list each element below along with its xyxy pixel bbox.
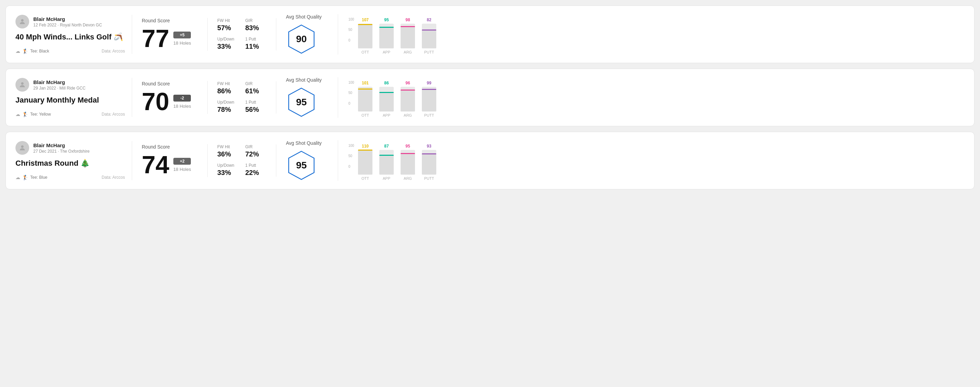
stat-up-down-value: 33% [217, 169, 239, 177]
bag-icon: 🏌 [22, 111, 28, 117]
bar-value: 93 [427, 144, 431, 149]
bar-bg [422, 87, 436, 111]
quality-section: Avg Shot Quality 90 [276, 14, 338, 54]
bar-fill [358, 24, 372, 48]
score-number: 70 [142, 89, 169, 114]
stat-one-putt-value: 56% [245, 106, 267, 114]
score-badge-holes: +2 18 Holes [173, 158, 191, 172]
quality-score: 95 [296, 160, 307, 171]
bar-bg [379, 87, 394, 111]
holes-text: 18 Holes [173, 40, 191, 46]
bar-fill [401, 90, 415, 111]
footer-row: ☁ 🏌 Tee: Black Data: Arccos [16, 48, 125, 54]
bar-highlight [401, 26, 415, 27]
bar-highlight [422, 89, 436, 90]
bar-highlight [358, 24, 372, 25]
tee-label: Tee: Black [30, 49, 49, 54]
bag-icon: 🏌 [22, 48, 28, 54]
round-card-2: Blair McHarg 29 Jan 2022 · Mill Ride GCC… [5, 68, 975, 126]
stat-fw-hit-label: FW Hit [217, 18, 239, 23]
stats-grid: FW Hit 36% GIR 72% Up/Down 33% 1 Putt 22… [217, 144, 266, 177]
bar-value: 110 [362, 144, 369, 149]
quality-label: Avg Shot Quality [286, 14, 321, 19]
stats-section: FW Hit 57% GIR 83% Up/Down 33% 1 Putt 11… [208, 18, 276, 51]
round-title: 40 Mph Winds... Links Golf 🪃 [16, 33, 125, 41]
score-number: 74 [142, 152, 169, 177]
stat-gir-label: GIR [245, 81, 267, 86]
stats-section: FW Hit 86% GIR 61% Up/Down 78% 1 Putt 56… [208, 81, 276, 114]
hexagon: 90 [286, 24, 317, 54]
footer-row: ☁ 🏌 Tee: Blue Data: Arccos [16, 174, 125, 180]
stat-gir-label: GIR [245, 144, 267, 149]
bar-label: ARG [404, 176, 412, 181]
bar-label: OTT [361, 113, 369, 117]
bar-highlight [379, 155, 394, 156]
bar-group-ott: 107 OTT [358, 17, 372, 54]
stat-one-putt-label: 1 Putt [245, 100, 267, 105]
bar-highlight [422, 153, 436, 154]
bar-bg [358, 24, 372, 48]
stat-gir-value: 72% [245, 150, 267, 158]
data-source: Data: Arccos [102, 175, 125, 180]
stat-one-putt: 1 Putt 56% [245, 100, 267, 114]
bar-label: ARG [404, 50, 412, 54]
bar-label: PUTT [424, 113, 434, 117]
user-date: 12 Feb 2022 · Royal North Devon GC [33, 23, 102, 27]
score-label: Round Score [142, 81, 198, 86]
bar-fill [422, 154, 436, 174]
svg-point-2 [21, 82, 23, 85]
stat-fw-hit-label: FW Hit [217, 81, 239, 86]
left-section: Blair McHarg 27 Dec 2021 · The Oxfordshi… [16, 141, 132, 180]
footer-row: ☁ 🏌 Tee: Yellow Data: Arccos [16, 111, 125, 117]
chart-section: 100 50 0 101 OTT 86 APP [338, 78, 964, 117]
bar-bg [401, 150, 415, 174]
data-source: Data: Arccos [102, 112, 125, 117]
chart-section: 100 50 0 107 OTT 95 APP [338, 15, 964, 54]
user-name: Blair McHarg [33, 79, 86, 85]
stat-one-putt-value: 22% [245, 169, 267, 177]
tee-label: Tee: Yellow [30, 112, 51, 117]
user-row: Blair McHarg 27 Dec 2021 · The Oxfordshi… [16, 141, 125, 155]
user-row: Blair McHarg 29 Jan 2022 · Mill Ride GCC [16, 78, 125, 92]
stat-up-down-value: 33% [217, 43, 239, 51]
bar-highlight [379, 27, 394, 28]
stat-up-down-label: Up/Down [217, 100, 239, 105]
bar-fill [379, 92, 394, 111]
score-section: Round Score 70 -2 18 Holes [132, 81, 208, 114]
stat-gir-value: 83% [245, 24, 267, 32]
bar-fill [401, 153, 415, 174]
bar-fill [358, 150, 372, 174]
round-title: Christmas Round 🎄 [16, 159, 125, 168]
bar-bg [401, 24, 415, 48]
stat-gir: GIR 83% [245, 18, 267, 32]
stat-up-down-label: Up/Down [217, 163, 239, 168]
stat-gir-label: GIR [245, 18, 267, 23]
bar-group-putt: 99 PUTT [422, 81, 436, 117]
bar-value: 101 [362, 81, 369, 86]
stat-up-down-value: 78% [217, 106, 239, 114]
bar-label: OTT [361, 50, 369, 54]
score-diff-badge: +2 [173, 158, 191, 165]
bar-fill [422, 30, 436, 48]
score-badge-holes: +5 18 Holes [173, 32, 191, 46]
bar-label: APP [383, 50, 390, 54]
bar-bg [379, 24, 394, 48]
stat-up-down: Up/Down 78% [217, 100, 239, 114]
round-card-1: Blair McHarg 12 Feb 2022 · Royal North D… [5, 5, 975, 63]
user-name: Blair McHarg [33, 143, 89, 148]
bar-highlight [358, 89, 372, 90]
score-label: Round Score [142, 144, 198, 149]
bar-bg [401, 87, 415, 111]
stat-up-down: Up/Down 33% [217, 37, 239, 51]
tee-info: ☁ 🏌 Tee: Yellow [16, 111, 51, 117]
bar-fill [358, 89, 372, 111]
bar-bg [379, 150, 394, 174]
left-section: Blair McHarg 12 Feb 2022 · Royal North D… [16, 15, 132, 54]
stat-fw-hit: FW Hit 86% [217, 81, 239, 95]
chart-section: 100 50 0 110 OTT 87 APP [338, 141, 964, 181]
bar-fill [379, 27, 394, 48]
bar-bg [358, 87, 372, 111]
bar-group-ott: 110 OTT [358, 144, 372, 181]
hexagon: 95 [286, 87, 317, 118]
user-info: Blair McHarg 12 Feb 2022 · Royal North D… [33, 16, 102, 27]
